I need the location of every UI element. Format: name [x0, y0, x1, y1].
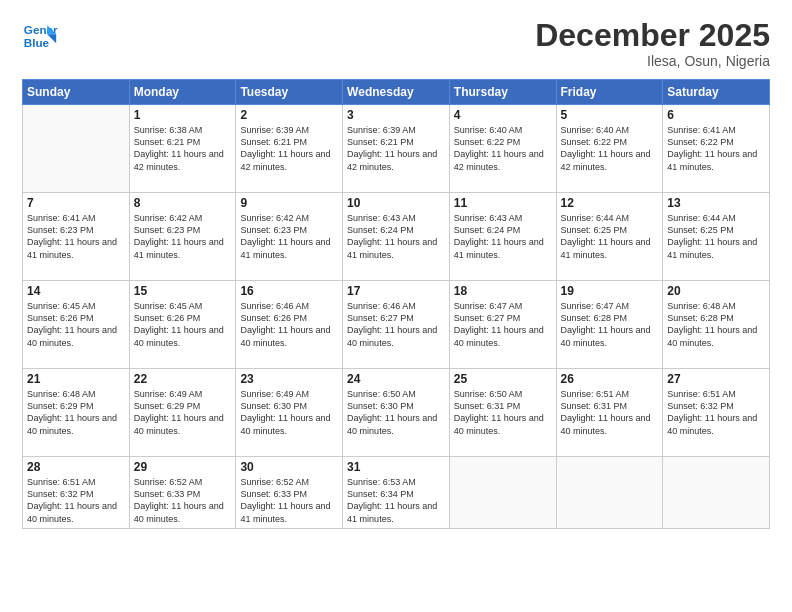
calendar-cell: 28Sunrise: 6:51 AMSunset: 6:32 PMDayligh… — [23, 457, 130, 529]
cell-sun-info: Sunrise: 6:44 AMSunset: 6:25 PMDaylight:… — [667, 212, 765, 261]
calendar-cell: 11Sunrise: 6:43 AMSunset: 6:24 PMDayligh… — [449, 193, 556, 281]
week-row-1: 1Sunrise: 6:38 AMSunset: 6:21 PMDaylight… — [23, 105, 770, 193]
calendar-cell: 3Sunrise: 6:39 AMSunset: 6:21 PMDaylight… — [343, 105, 450, 193]
calendar-cell: 17Sunrise: 6:46 AMSunset: 6:27 PMDayligh… — [343, 281, 450, 369]
day-number: 11 — [454, 196, 552, 210]
calendar-cell: 31Sunrise: 6:53 AMSunset: 6:34 PMDayligh… — [343, 457, 450, 529]
calendar-cell: 29Sunrise: 6:52 AMSunset: 6:33 PMDayligh… — [129, 457, 236, 529]
cell-sun-info: Sunrise: 6:50 AMSunset: 6:30 PMDaylight:… — [347, 388, 445, 437]
logo-area: General Blue — [22, 18, 62, 54]
calendar-cell: 14Sunrise: 6:45 AMSunset: 6:26 PMDayligh… — [23, 281, 130, 369]
calendar-cell: 26Sunrise: 6:51 AMSunset: 6:31 PMDayligh… — [556, 369, 663, 457]
cell-sun-info: Sunrise: 6:45 AMSunset: 6:26 PMDaylight:… — [27, 300, 125, 349]
cell-sun-info: Sunrise: 6:53 AMSunset: 6:34 PMDaylight:… — [347, 476, 445, 525]
calendar-cell: 23Sunrise: 6:49 AMSunset: 6:30 PMDayligh… — [236, 369, 343, 457]
calendar-cell: 24Sunrise: 6:50 AMSunset: 6:30 PMDayligh… — [343, 369, 450, 457]
day-number: 21 — [27, 372, 125, 386]
calendar-cell — [556, 457, 663, 529]
weekday-header-row: SundayMondayTuesdayWednesdayThursdayFrid… — [23, 80, 770, 105]
calendar-cell: 2Sunrise: 6:39 AMSunset: 6:21 PMDaylight… — [236, 105, 343, 193]
cell-sun-info: Sunrise: 6:43 AMSunset: 6:24 PMDaylight:… — [454, 212, 552, 261]
month-title: December 2025 — [535, 18, 770, 53]
cell-sun-info: Sunrise: 6:43 AMSunset: 6:24 PMDaylight:… — [347, 212, 445, 261]
calendar-cell — [23, 105, 130, 193]
calendar-cell — [663, 457, 770, 529]
calendar-cell: 16Sunrise: 6:46 AMSunset: 6:26 PMDayligh… — [236, 281, 343, 369]
day-number: 8 — [134, 196, 232, 210]
day-number: 4 — [454, 108, 552, 122]
day-number: 2 — [240, 108, 338, 122]
day-number: 6 — [667, 108, 765, 122]
cell-sun-info: Sunrise: 6:41 AMSunset: 6:23 PMDaylight:… — [27, 212, 125, 261]
cell-sun-info: Sunrise: 6:50 AMSunset: 6:31 PMDaylight:… — [454, 388, 552, 437]
weekday-tuesday: Tuesday — [236, 80, 343, 105]
calendar-cell: 12Sunrise: 6:44 AMSunset: 6:25 PMDayligh… — [556, 193, 663, 281]
day-number: 13 — [667, 196, 765, 210]
day-number: 20 — [667, 284, 765, 298]
cell-sun-info: Sunrise: 6:46 AMSunset: 6:27 PMDaylight:… — [347, 300, 445, 349]
day-number: 25 — [454, 372, 552, 386]
day-number: 10 — [347, 196, 445, 210]
cell-sun-info: Sunrise: 6:39 AMSunset: 6:21 PMDaylight:… — [347, 124, 445, 173]
day-number: 24 — [347, 372, 445, 386]
day-number: 17 — [347, 284, 445, 298]
cell-sun-info: Sunrise: 6:40 AMSunset: 6:22 PMDaylight:… — [454, 124, 552, 173]
cell-sun-info: Sunrise: 6:48 AMSunset: 6:29 PMDaylight:… — [27, 388, 125, 437]
day-number: 27 — [667, 372, 765, 386]
cell-sun-info: Sunrise: 6:52 AMSunset: 6:33 PMDaylight:… — [240, 476, 338, 525]
page: General Blue December 2025 Ilesa, Osun, … — [0, 0, 792, 612]
cell-sun-info: Sunrise: 6:51 AMSunset: 6:32 PMDaylight:… — [667, 388, 765, 437]
calendar-cell: 18Sunrise: 6:47 AMSunset: 6:27 PMDayligh… — [449, 281, 556, 369]
day-number: 5 — [561, 108, 659, 122]
day-number: 22 — [134, 372, 232, 386]
calendar-cell: 10Sunrise: 6:43 AMSunset: 6:24 PMDayligh… — [343, 193, 450, 281]
calendar-cell: 21Sunrise: 6:48 AMSunset: 6:29 PMDayligh… — [23, 369, 130, 457]
day-number: 18 — [454, 284, 552, 298]
cell-sun-info: Sunrise: 6:41 AMSunset: 6:22 PMDaylight:… — [667, 124, 765, 173]
calendar-cell — [449, 457, 556, 529]
week-row-2: 7Sunrise: 6:41 AMSunset: 6:23 PMDaylight… — [23, 193, 770, 281]
weekday-thursday: Thursday — [449, 80, 556, 105]
day-number: 15 — [134, 284, 232, 298]
day-number: 31 — [347, 460, 445, 474]
cell-sun-info: Sunrise: 6:40 AMSunset: 6:22 PMDaylight:… — [561, 124, 659, 173]
cell-sun-info: Sunrise: 6:38 AMSunset: 6:21 PMDaylight:… — [134, 124, 232, 173]
cell-sun-info: Sunrise: 6:51 AMSunset: 6:31 PMDaylight:… — [561, 388, 659, 437]
cell-sun-info: Sunrise: 6:45 AMSunset: 6:26 PMDaylight:… — [134, 300, 232, 349]
cell-sun-info: Sunrise: 6:39 AMSunset: 6:21 PMDaylight:… — [240, 124, 338, 173]
cell-sun-info: Sunrise: 6:49 AMSunset: 6:29 PMDaylight:… — [134, 388, 232, 437]
calendar-cell: 13Sunrise: 6:44 AMSunset: 6:25 PMDayligh… — [663, 193, 770, 281]
cell-sun-info: Sunrise: 6:42 AMSunset: 6:23 PMDaylight:… — [134, 212, 232, 261]
calendar-cell: 5Sunrise: 6:40 AMSunset: 6:22 PMDaylight… — [556, 105, 663, 193]
calendar-cell: 15Sunrise: 6:45 AMSunset: 6:26 PMDayligh… — [129, 281, 236, 369]
day-number: 30 — [240, 460, 338, 474]
day-number: 12 — [561, 196, 659, 210]
calendar-cell: 30Sunrise: 6:52 AMSunset: 6:33 PMDayligh… — [236, 457, 343, 529]
cell-sun-info: Sunrise: 6:51 AMSunset: 6:32 PMDaylight:… — [27, 476, 125, 525]
cell-sun-info: Sunrise: 6:47 AMSunset: 6:28 PMDaylight:… — [561, 300, 659, 349]
day-number: 23 — [240, 372, 338, 386]
day-number: 9 — [240, 196, 338, 210]
calendar-table: SundayMondayTuesdayWednesdayThursdayFrid… — [22, 79, 770, 529]
cell-sun-info: Sunrise: 6:48 AMSunset: 6:28 PMDaylight:… — [667, 300, 765, 349]
cell-sun-info: Sunrise: 6:47 AMSunset: 6:27 PMDaylight:… — [454, 300, 552, 349]
weekday-friday: Friday — [556, 80, 663, 105]
cell-sun-info: Sunrise: 6:44 AMSunset: 6:25 PMDaylight:… — [561, 212, 659, 261]
calendar-cell: 27Sunrise: 6:51 AMSunset: 6:32 PMDayligh… — [663, 369, 770, 457]
weekday-sunday: Sunday — [23, 80, 130, 105]
week-row-3: 14Sunrise: 6:45 AMSunset: 6:26 PMDayligh… — [23, 281, 770, 369]
calendar-cell: 4Sunrise: 6:40 AMSunset: 6:22 PMDaylight… — [449, 105, 556, 193]
cell-sun-info: Sunrise: 6:46 AMSunset: 6:26 PMDaylight:… — [240, 300, 338, 349]
day-number: 26 — [561, 372, 659, 386]
day-number: 14 — [27, 284, 125, 298]
location: Ilesa, Osun, Nigeria — [535, 53, 770, 69]
day-number: 3 — [347, 108, 445, 122]
day-number: 7 — [27, 196, 125, 210]
calendar-cell: 8Sunrise: 6:42 AMSunset: 6:23 PMDaylight… — [129, 193, 236, 281]
week-row-4: 21Sunrise: 6:48 AMSunset: 6:29 PMDayligh… — [23, 369, 770, 457]
generalblue-logo-icon: General Blue — [22, 18, 58, 54]
calendar-cell: 6Sunrise: 6:41 AMSunset: 6:22 PMDaylight… — [663, 105, 770, 193]
calendar-cell: 20Sunrise: 6:48 AMSunset: 6:28 PMDayligh… — [663, 281, 770, 369]
cell-sun-info: Sunrise: 6:52 AMSunset: 6:33 PMDaylight:… — [134, 476, 232, 525]
calendar-cell: 25Sunrise: 6:50 AMSunset: 6:31 PMDayligh… — [449, 369, 556, 457]
